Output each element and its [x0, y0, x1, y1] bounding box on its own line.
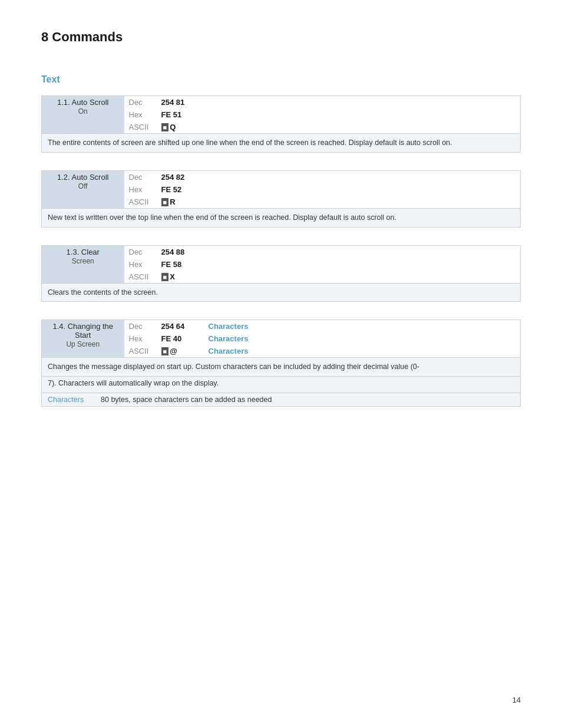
- section-title: Text: [41, 74, 521, 85]
- desc-1-2: New text is written over the top line wh…: [41, 209, 521, 228]
- command-block-1-4: 1.4. Changing the Start Up Screen Dec 25…: [41, 319, 521, 407]
- cmd-name-1-2: 1.2. Auto Scroll Off: [42, 170, 124, 208]
- page-number: 14: [513, 696, 521, 704]
- value-hex-1-1: FE 51: [157, 108, 204, 121]
- param-row-1-4: Characters 80 bytes, space characters ca…: [41, 393, 521, 407]
- command-table-1-3: 1.3. Clear Screen Dec 254 88 Hex FE 58 A…: [41, 245, 521, 284]
- command-table-1-4: 1.4. Changing the Start Up Screen Dec 25…: [41, 319, 521, 358]
- value-dec-1-1: 254 81: [157, 96, 204, 109]
- label-ascii-1-1: ASCII: [124, 121, 157, 134]
- cmd-name-1-1: 1.1. Auto Scroll On: [42, 96, 124, 134]
- command-block-1-3: 1.3. Clear Screen Dec 254 88 Hex FE 58 A…: [41, 245, 521, 302]
- cmd-name-1-3: 1.3. Clear Screen: [42, 245, 124, 283]
- label-dec-1-1: Dec: [124, 96, 157, 109]
- command-block-1-1: 1.1. Auto Scroll On Dec 254 81 Hex FE 51…: [41, 95, 521, 153]
- value-ascii-1-1: ■Q: [157, 121, 204, 134]
- page-title: 8 Commands: [41, 29, 521, 45]
- command-block-1-2: 1.2. Auto Scroll Off Dec 254 82 Hex FE 5…: [41, 170, 521, 228]
- cmd-name-1-4: 1.4. Changing the Start Up Screen: [42, 320, 124, 358]
- label-hex-1-1: Hex: [124, 108, 157, 121]
- desc-1-4: Changes the message displayed on start u…: [41, 358, 521, 377]
- command-table-1-1: 1.1. Auto Scroll On Dec 254 81 Hex FE 51…: [41, 95, 521, 134]
- command-table-1-2: 1.2. Auto Scroll Off Dec 254 82 Hex FE 5…: [41, 170, 521, 209]
- desc-1-3: Clears the contents of the screen.: [41, 284, 521, 302]
- desc-1-1: The entire contents of screen are shifte…: [41, 134, 521, 153]
- desc-1-4-b: 7). Characters will automatically wrap o…: [41, 377, 521, 393]
